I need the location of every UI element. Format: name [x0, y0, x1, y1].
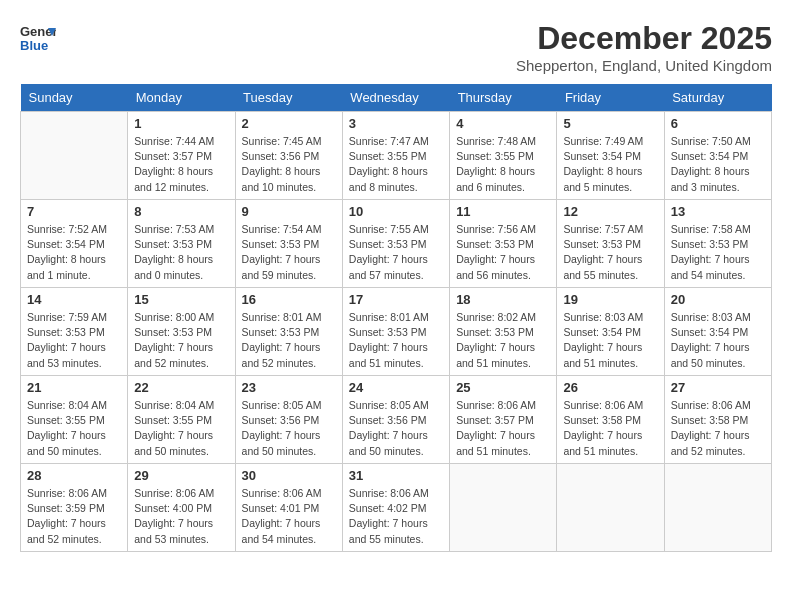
day-info: Sunrise: 8:06 AMSunset: 4:01 PMDaylight:… — [242, 486, 336, 547]
table-row: 19Sunrise: 8:03 AMSunset: 3:54 PMDayligh… — [557, 288, 664, 376]
day-info: Sunrise: 7:50 AMSunset: 3:54 PMDaylight:… — [671, 134, 765, 195]
day-info: Sunrise: 8:06 AMSunset: 3:58 PMDaylight:… — [563, 398, 657, 459]
table-row: 10Sunrise: 7:55 AMSunset: 3:53 PMDayligh… — [342, 200, 449, 288]
day-info: Sunrise: 7:48 AMSunset: 3:55 PMDaylight:… — [456, 134, 550, 195]
day-number: 10 — [349, 204, 443, 219]
day-number: 14 — [27, 292, 121, 307]
day-info: Sunrise: 7:54 AMSunset: 3:53 PMDaylight:… — [242, 222, 336, 283]
table-row: 26Sunrise: 8:06 AMSunset: 3:58 PMDayligh… — [557, 376, 664, 464]
table-row: 9Sunrise: 7:54 AMSunset: 3:53 PMDaylight… — [235, 200, 342, 288]
header-row: Sunday Monday Tuesday Wednesday Thursday… — [21, 84, 772, 112]
day-info: Sunrise: 8:00 AMSunset: 3:53 PMDaylight:… — [134, 310, 228, 371]
page-header: General Blue December 2025 Shepperton, E… — [20, 20, 772, 74]
day-info: Sunrise: 7:56 AMSunset: 3:53 PMDaylight:… — [456, 222, 550, 283]
day-info: Sunrise: 7:44 AMSunset: 3:57 PMDaylight:… — [134, 134, 228, 195]
table-row: 8Sunrise: 7:53 AMSunset: 3:53 PMDaylight… — [128, 200, 235, 288]
day-number: 25 — [456, 380, 550, 395]
col-friday: Friday — [557, 84, 664, 112]
month-title: December 2025 — [516, 20, 772, 57]
table-row — [450, 464, 557, 552]
table-row: 5Sunrise: 7:49 AMSunset: 3:54 PMDaylight… — [557, 112, 664, 200]
day-info: Sunrise: 8:05 AMSunset: 3:56 PMDaylight:… — [242, 398, 336, 459]
day-info: Sunrise: 7:45 AMSunset: 3:56 PMDaylight:… — [242, 134, 336, 195]
day-number: 11 — [456, 204, 550, 219]
day-number: 7 — [27, 204, 121, 219]
title-section: December 2025 Shepperton, England, Unite… — [516, 20, 772, 74]
day-number: 9 — [242, 204, 336, 219]
day-info: Sunrise: 8:06 AMSunset: 3:59 PMDaylight:… — [27, 486, 121, 547]
day-number: 15 — [134, 292, 228, 307]
table-row: 14Sunrise: 7:59 AMSunset: 3:53 PMDayligh… — [21, 288, 128, 376]
table-row: 23Sunrise: 8:05 AMSunset: 3:56 PMDayligh… — [235, 376, 342, 464]
table-row: 1Sunrise: 7:44 AMSunset: 3:57 PMDaylight… — [128, 112, 235, 200]
day-number: 4 — [456, 116, 550, 131]
col-monday: Monday — [128, 84, 235, 112]
day-number: 19 — [563, 292, 657, 307]
day-number: 16 — [242, 292, 336, 307]
table-row: 11Sunrise: 7:56 AMSunset: 3:53 PMDayligh… — [450, 200, 557, 288]
day-info: Sunrise: 7:49 AMSunset: 3:54 PMDaylight:… — [563, 134, 657, 195]
day-number: 17 — [349, 292, 443, 307]
table-row: 21Sunrise: 8:04 AMSunset: 3:55 PMDayligh… — [21, 376, 128, 464]
day-info: Sunrise: 7:47 AMSunset: 3:55 PMDaylight:… — [349, 134, 443, 195]
day-info: Sunrise: 7:55 AMSunset: 3:53 PMDaylight:… — [349, 222, 443, 283]
day-number: 30 — [242, 468, 336, 483]
table-row: 27Sunrise: 8:06 AMSunset: 3:58 PMDayligh… — [664, 376, 771, 464]
day-info: Sunrise: 8:02 AMSunset: 3:53 PMDaylight:… — [456, 310, 550, 371]
day-info: Sunrise: 7:57 AMSunset: 3:53 PMDaylight:… — [563, 222, 657, 283]
day-number: 2 — [242, 116, 336, 131]
day-info: Sunrise: 8:03 AMSunset: 3:54 PMDaylight:… — [563, 310, 657, 371]
day-number: 18 — [456, 292, 550, 307]
day-number: 21 — [27, 380, 121, 395]
day-number: 27 — [671, 380, 765, 395]
table-row: 18Sunrise: 8:02 AMSunset: 3:53 PMDayligh… — [450, 288, 557, 376]
day-info: Sunrise: 8:06 AMSunset: 4:00 PMDaylight:… — [134, 486, 228, 547]
day-info: Sunrise: 7:52 AMSunset: 3:54 PMDaylight:… — [27, 222, 121, 283]
table-row: 7Sunrise: 7:52 AMSunset: 3:54 PMDaylight… — [21, 200, 128, 288]
day-info: Sunrise: 8:06 AMSunset: 4:02 PMDaylight:… — [349, 486, 443, 547]
table-row: 24Sunrise: 8:05 AMSunset: 3:56 PMDayligh… — [342, 376, 449, 464]
calendar-table: Sunday Monday Tuesday Wednesday Thursday… — [20, 84, 772, 552]
table-row: 17Sunrise: 8:01 AMSunset: 3:53 PMDayligh… — [342, 288, 449, 376]
table-row — [664, 464, 771, 552]
day-number: 24 — [349, 380, 443, 395]
table-row: 15Sunrise: 8:00 AMSunset: 3:53 PMDayligh… — [128, 288, 235, 376]
logo: General Blue — [20, 20, 60, 56]
day-number: 23 — [242, 380, 336, 395]
day-number: 22 — [134, 380, 228, 395]
table-row: 29Sunrise: 8:06 AMSunset: 4:00 PMDayligh… — [128, 464, 235, 552]
logo-icon: General Blue — [20, 20, 56, 56]
table-row: 25Sunrise: 8:06 AMSunset: 3:57 PMDayligh… — [450, 376, 557, 464]
day-info: Sunrise: 8:05 AMSunset: 3:56 PMDaylight:… — [349, 398, 443, 459]
day-info: Sunrise: 8:06 AMSunset: 3:57 PMDaylight:… — [456, 398, 550, 459]
day-number: 20 — [671, 292, 765, 307]
col-wednesday: Wednesday — [342, 84, 449, 112]
day-number: 28 — [27, 468, 121, 483]
table-row: 30Sunrise: 8:06 AMSunset: 4:01 PMDayligh… — [235, 464, 342, 552]
day-number: 29 — [134, 468, 228, 483]
day-info: Sunrise: 8:03 AMSunset: 3:54 PMDaylight:… — [671, 310, 765, 371]
day-info: Sunrise: 7:53 AMSunset: 3:53 PMDaylight:… — [134, 222, 228, 283]
day-number: 8 — [134, 204, 228, 219]
table-row: 13Sunrise: 7:58 AMSunset: 3:53 PMDayligh… — [664, 200, 771, 288]
table-row: 20Sunrise: 8:03 AMSunset: 3:54 PMDayligh… — [664, 288, 771, 376]
day-number: 31 — [349, 468, 443, 483]
table-row: 2Sunrise: 7:45 AMSunset: 3:56 PMDaylight… — [235, 112, 342, 200]
day-number: 13 — [671, 204, 765, 219]
calendar-week-2: 7Sunrise: 7:52 AMSunset: 3:54 PMDaylight… — [21, 200, 772, 288]
location: Shepperton, England, United Kingdom — [516, 57, 772, 74]
table-row — [557, 464, 664, 552]
table-row: 16Sunrise: 8:01 AMSunset: 3:53 PMDayligh… — [235, 288, 342, 376]
day-info: Sunrise: 8:01 AMSunset: 3:53 PMDaylight:… — [349, 310, 443, 371]
calendar-week-1: 1Sunrise: 7:44 AMSunset: 3:57 PMDaylight… — [21, 112, 772, 200]
table-row: 31Sunrise: 8:06 AMSunset: 4:02 PMDayligh… — [342, 464, 449, 552]
day-number: 26 — [563, 380, 657, 395]
table-row — [21, 112, 128, 200]
day-number: 3 — [349, 116, 443, 131]
day-number: 6 — [671, 116, 765, 131]
table-row: 22Sunrise: 8:04 AMSunset: 3:55 PMDayligh… — [128, 376, 235, 464]
svg-text:Blue: Blue — [20, 38, 48, 53]
day-info: Sunrise: 8:04 AMSunset: 3:55 PMDaylight:… — [134, 398, 228, 459]
day-info: Sunrise: 8:01 AMSunset: 3:53 PMDaylight:… — [242, 310, 336, 371]
day-number: 1 — [134, 116, 228, 131]
